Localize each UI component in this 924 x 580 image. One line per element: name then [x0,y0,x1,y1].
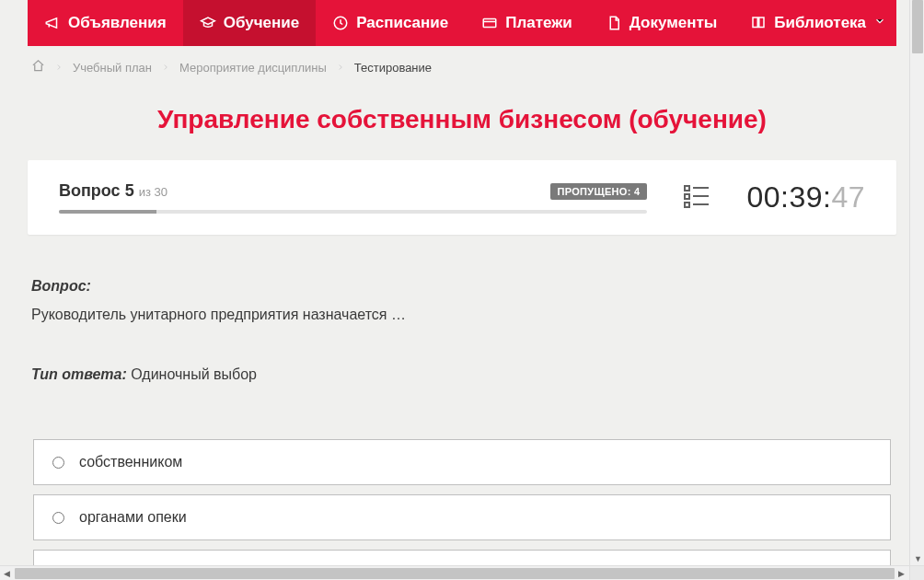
chevron-right-icon [54,61,64,75]
clock-icon [332,15,349,31]
nav-label: Библиотека [774,14,866,32]
graduation-icon [200,15,216,31]
nav-item-library[interactable]: Библиотека [733,0,903,46]
skipped-badge: ПРОПУЩЕНО: 4 [550,183,648,200]
home-icon[interactable] [31,59,45,75]
nav-label: Платежи [505,14,572,32]
progress-fill [59,210,156,214]
question-counter: Вопрос 5 из 30 [59,181,167,201]
question-current: 5 [125,181,134,200]
chevron-right-icon [161,61,170,75]
scroll-down-icon[interactable]: ▼ [914,555,921,563]
question-list-toggle[interactable] [684,184,710,212]
timer: 00:39:47 [746,180,865,215]
answer-list: собственником органами опеки собранием у… [28,439,896,565]
timer-main: 00:39: [746,180,831,214]
svg-rect-1 [483,19,496,28]
book-icon [750,15,767,31]
scroll-right-icon[interactable]: ▶ [898,570,906,577]
breadcrumb: Учебный план Мероприятие дисциплины Тест… [28,46,896,88]
answer-text: собственником [79,454,182,470]
progress-bar [59,210,647,214]
page-title: Управление собственным бизнесом (обучени… [28,88,896,160]
svg-rect-3 [685,194,689,199]
nav-item-announcements[interactable]: Объявления [28,0,183,46]
breadcrumb-item-event[interactable]: Мероприятие дисциплины [179,61,327,75]
question-text: Руководитель унитарного предприятия назн… [31,304,893,327]
answer-option[interactable]: органами опеки [33,494,891,540]
document-icon [606,15,622,31]
question-progress: Вопрос 5 из 30 ПРОПУЩЕНО: 4 [59,181,647,214]
answer-type: Одиночный выбор [131,366,257,382]
payment-icon [481,15,498,31]
answer-type-label: Тип ответа: [31,366,127,382]
scrollbar-thumb[interactable] [15,568,895,579]
scroll-left-icon[interactable]: ◀ [4,570,11,577]
nav-item-learning[interactable]: Обучение [183,0,316,46]
nav-item-documents[interactable]: Документы [589,0,734,46]
nav-label: Расписание [356,14,448,32]
answer-option[interactable]: собранием учредителей [33,550,891,565]
breadcrumb-item-plan[interactable]: Учебный план [73,61,152,75]
question-label: Вопрос: [31,275,893,298]
answer-radio[interactable] [52,457,64,469]
answer-radio[interactable] [52,512,64,524]
answer-text: органами опеки [79,509,187,526]
question-total: 30 [155,185,167,199]
nav-item-payments[interactable]: Платежи [465,0,589,46]
nav-label: Документы [629,14,718,32]
vertical-scrollbar[interactable]: ▲ ▼ [909,0,924,565]
question-of: из [139,185,151,199]
chevron-right-icon [336,61,345,75]
megaphone-icon [44,15,61,31]
svg-rect-2 [685,186,689,191]
nav-label: Обучение [224,14,299,32]
timer-secs: 47 [831,180,865,214]
nav-item-schedule[interactable]: Расписание [316,0,465,46]
nav-label: Объявления [68,14,167,32]
chevron-down-icon [873,14,886,32]
status-card: Вопрос 5 из 30 ПРОПУЩЕНО: 4 [28,160,896,235]
horizontal-scrollbar[interactable]: ◀ ▶ [0,565,924,580]
question-word: Вопрос [59,181,121,200]
svg-rect-4 [685,203,689,207]
scrollbar-thumb[interactable] [912,0,923,53]
question-block: Вопрос: Руководитель унитарного предприя… [28,235,896,386]
scrollbar-corner [909,565,924,580]
main-nav: Объявления Обучение Расписание Платежи [28,0,896,46]
answer-option[interactable]: собственником [33,439,891,485]
breadcrumb-item-testing: Тестирование [354,61,432,75]
